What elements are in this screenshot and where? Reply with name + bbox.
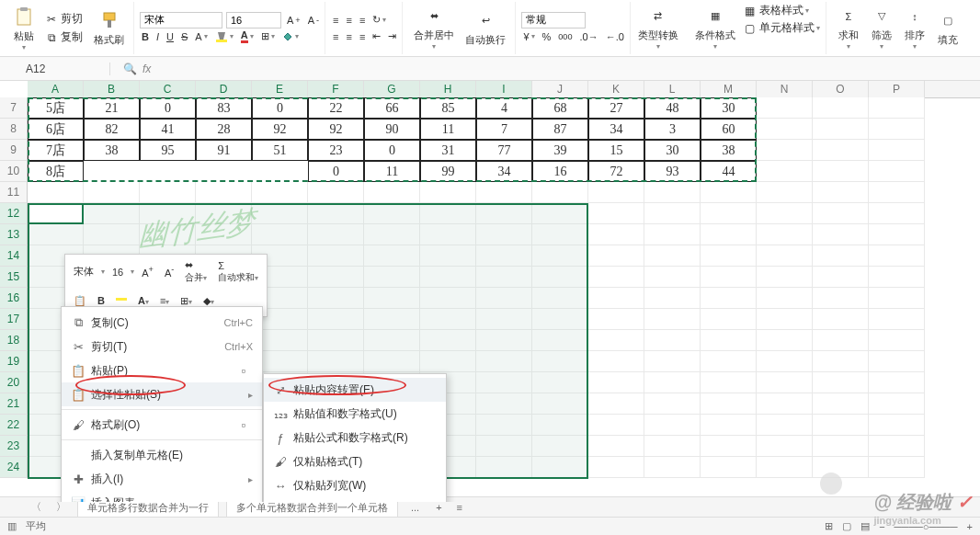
cell[interactable]: [308, 245, 364, 267]
cell[interactable]: [869, 203, 925, 224]
cell[interactable]: [420, 245, 476, 267]
cell[interactable]: 6店: [28, 119, 84, 140]
col-header-P[interactable]: P: [869, 81, 925, 97]
cell[interactable]: 87: [532, 119, 588, 140]
format-painter-button[interactable]: 格式刷: [88, 6, 130, 51]
type-convert-button[interactable]: ⇄类型转换▾: [632, 2, 684, 54]
cell[interactable]: 27: [588, 97, 644, 119]
cell[interactable]: [757, 224, 813, 245]
font-shrink-button[interactable]: A-: [306, 14, 321, 27]
mini-sum-button[interactable]: Σ自动求和▾: [214, 258, 262, 286]
cell[interactable]: [252, 182, 308, 203]
cell[interactable]: [813, 415, 869, 436]
cell[interactable]: [701, 351, 757, 372]
cell[interactable]: 5店: [28, 97, 84, 119]
cell[interactable]: 90: [364, 119, 420, 140]
cell[interactable]: [644, 182, 701, 203]
cell[interactable]: [532, 224, 588, 245]
cell[interactable]: 92: [252, 119, 308, 140]
cell[interactable]: 22: [308, 97, 364, 119]
row-header-7[interactable]: 7: [0, 97, 28, 119]
cell[interactable]: [644, 288, 701, 309]
row-header-11[interactable]: 11: [0, 182, 28, 203]
col-header-J[interactable]: J: [532, 81, 588, 97]
cell[interactable]: [813, 288, 869, 309]
cell[interactable]: [364, 330, 420, 351]
cell[interactable]: [701, 245, 757, 267]
cell[interactable]: [476, 309, 532, 330]
cell[interactable]: [869, 393, 925, 415]
align-left-button[interactable]: ≡: [331, 30, 340, 43]
col-header-N[interactable]: N: [757, 81, 813, 97]
cell[interactable]: [644, 267, 701, 288]
cell[interactable]: [813, 97, 869, 119]
cell[interactable]: [757, 119, 813, 140]
cell[interactable]: [532, 415, 588, 436]
cell[interactable]: [476, 224, 532, 245]
mini-font[interactable]: 宋体: [70, 263, 97, 280]
cell[interactable]: [364, 309, 420, 330]
cell[interactable]: [308, 224, 364, 245]
menu-item[interactable]: ✂剪切(T)Ctrl+X: [62, 335, 262, 359]
col-header-M[interactable]: M: [701, 81, 757, 97]
cell[interactable]: 60: [701, 119, 757, 140]
row-header-22[interactable]: 22: [0, 415, 28, 436]
cell[interactable]: [588, 351, 644, 372]
indent-dec-button[interactable]: ⇤: [370, 29, 382, 43]
font-name-select[interactable]: [140, 12, 222, 28]
cell[interactable]: [252, 161, 308, 182]
tab-list-button[interactable]: ≡: [453, 502, 466, 513]
cell[interactable]: 11: [420, 119, 476, 140]
cell[interactable]: [252, 224, 308, 245]
cell[interactable]: [701, 415, 757, 436]
cell[interactable]: 8店: [28, 161, 84, 182]
col-header-H[interactable]: H: [420, 81, 476, 97]
cell[interactable]: [869, 161, 925, 182]
align-bot-button[interactable]: ≡: [358, 14, 367, 27]
cell[interactable]: [869, 140, 925, 161]
cell[interactable]: [476, 457, 532, 478]
col-header-A[interactable]: A: [28, 81, 84, 97]
cut-button[interactable]: ✂剪切: [42, 10, 85, 28]
cell[interactable]: [588, 288, 644, 309]
cell[interactable]: [757, 245, 813, 267]
cell[interactable]: [532, 245, 588, 267]
cell[interactable]: [588, 224, 644, 245]
cell[interactable]: [701, 309, 757, 330]
cell[interactable]: [588, 415, 644, 436]
cell[interactable]: [588, 436, 644, 457]
cell[interactable]: 68: [532, 97, 588, 119]
cell[interactable]: 16: [532, 161, 588, 182]
table-style-button[interactable]: ▦表格样式▾: [741, 2, 822, 19]
view-page-button[interactable]: ▢: [842, 520, 851, 532]
row-header-9[interactable]: 9: [0, 140, 28, 161]
merge-center-button[interactable]: ⬌合并居中▾: [408, 2, 460, 54]
cell[interactable]: [813, 203, 869, 224]
cell[interactable]: [757, 161, 813, 182]
cell[interactable]: [196, 224, 252, 245]
cell[interactable]: [420, 182, 476, 203]
cell[interactable]: [813, 182, 869, 203]
cell[interactable]: [701, 288, 757, 309]
cell[interactable]: [701, 267, 757, 288]
cell[interactable]: [532, 351, 588, 372]
cell[interactable]: [757, 436, 813, 457]
cell[interactable]: 39: [532, 140, 588, 161]
strike-button[interactable]: S: [179, 30, 189, 43]
cell[interactable]: [420, 309, 476, 330]
cell[interactable]: [869, 224, 925, 245]
cell[interactable]: [757, 203, 813, 224]
view-normal-button[interactable]: ⊞: [825, 520, 833, 532]
cell[interactable]: 30: [644, 140, 701, 161]
cell[interactable]: [869, 119, 925, 140]
cell[interactable]: 0: [308, 161, 364, 182]
cell[interactable]: [813, 309, 869, 330]
row-header-24[interactable]: 24: [0, 457, 28, 478]
cell[interactable]: [644, 393, 701, 415]
cell[interactable]: 21: [84, 97, 140, 119]
sort-button[interactable]: ↕排序▾: [898, 2, 931, 54]
cell[interactable]: 83: [196, 97, 252, 119]
cell[interactable]: [196, 161, 252, 182]
align-right-button[interactable]: ≡: [358, 30, 367, 43]
indent-inc-button[interactable]: ⇥: [386, 29, 398, 43]
